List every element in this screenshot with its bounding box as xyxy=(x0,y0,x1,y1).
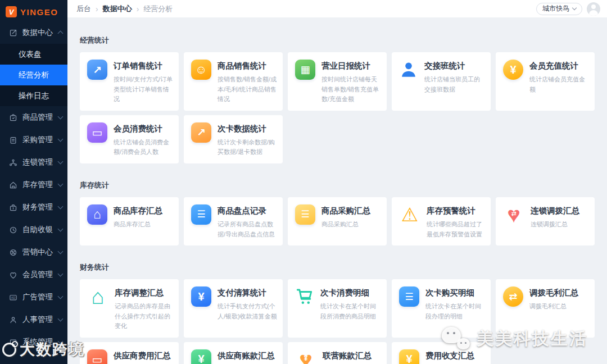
stock-summary-card[interactable]: 商品库存汇总 商品库存汇总 xyxy=(80,197,179,245)
chevron-up-icon xyxy=(58,31,64,37)
system-icon xyxy=(9,338,17,347)
sidebar-item-business-analysis[interactable]: 经营分析 xyxy=(0,65,67,85)
sidebar-item-finance[interactable]: 财务管理 xyxy=(0,196,67,219)
count-card-stats-card[interactable]: 次卡数据统计 统计次卡剩余数据/购买数据/退卡数据 xyxy=(184,115,283,163)
payment-clearing-card[interactable]: 支付清算统计 统计手机支付方式(个人/银歌)收款清算金额 xyxy=(184,279,283,338)
wallet-red-icon xyxy=(87,349,107,364)
purchase-summary-card[interactable]: 商品采购汇总 商品采购汇总 xyxy=(288,197,387,245)
document-chart-icon xyxy=(87,60,107,80)
app-window: V YINGEO 数据中心 仪表盘 经营分析 操作日志 商品管理 xyxy=(0,0,607,364)
card-title: 次卡数据统计 xyxy=(218,124,277,134)
chevron-down-icon xyxy=(58,294,64,299)
card-desc: 记录所有商品盘点数据/导出商品盘点信息 xyxy=(218,220,277,239)
expense-summary-card[interactable]: 费用收支汇总 费用收支汇总 xyxy=(392,342,491,364)
card-title: 次卡购买明细 xyxy=(425,288,485,298)
document-yen-icon xyxy=(191,349,211,364)
marketing-icon xyxy=(9,248,17,257)
sidebar-item-ad[interactable]: AD 广告管理 xyxy=(0,286,67,308)
card-title: 库存调整汇总 xyxy=(115,288,173,298)
card-title: 交接班统计 xyxy=(424,61,485,71)
card-chart-icon xyxy=(191,122,211,143)
card-title: 商品采购汇总 xyxy=(321,206,370,216)
chain-transfer-card[interactable]: 连锁调拨汇总 连锁调拨汇总 xyxy=(496,197,595,245)
sidebar-item-label: 系统管理 xyxy=(22,337,53,347)
card-list-icon xyxy=(399,286,419,307)
card-title: 次卡消费明细 xyxy=(320,288,381,298)
chevron-down-icon xyxy=(58,271,64,277)
member-icon xyxy=(9,271,17,279)
card-title: 供应商账款汇总 xyxy=(218,351,275,361)
stock-adjust-card[interactable]: 库存调整汇总 记录商品的库存是由什么操作方式引起的变化 xyxy=(80,279,179,338)
sidebar-item-dashboard[interactable]: 仪表盘 xyxy=(0,44,67,65)
card-consume-detail-card[interactable]: 次卡消费明细 统计次卡在某个时间段所消费的商品明细 xyxy=(288,279,387,338)
chevron-down-icon xyxy=(58,249,64,254)
sidebar-submenu: 仪表盘 经营分析 操作日志 xyxy=(0,44,67,106)
card-title: 商品销售统计 xyxy=(218,61,277,71)
calendar-chart-icon xyxy=(295,60,315,80)
transfer-profit-card[interactable]: 调拨毛利汇总 调拨毛利汇总 xyxy=(496,279,595,338)
store-selector[interactable]: 城市快鸟 xyxy=(536,3,582,15)
joint-account-card[interactable]: 联营账款汇总 联营账款汇总 xyxy=(288,342,387,364)
sidebar-item-member[interactable]: 会员管理 xyxy=(0,263,67,286)
hr-icon xyxy=(9,316,17,324)
goods-icon xyxy=(9,113,17,122)
breadcrumb-separator-icon xyxy=(137,5,139,13)
supplier-account-card[interactable]: 供应商账款汇总 供应商账款汇总 xyxy=(184,342,283,364)
card-title: 会员充值统计 xyxy=(529,61,589,71)
shift-stats-card[interactable]: 交接班统计 统计店铺当班员工的交接班数据 xyxy=(392,52,491,111)
card-desc: 调拨毛利汇总 xyxy=(529,302,578,312)
sidebar-item-operation-log[interactable]: 操作日志 xyxy=(0,85,67,106)
heart-transfer-icon xyxy=(503,204,524,225)
card-desc: 统计手机支付方式(个人/银歌)收款清算金额 xyxy=(218,302,277,321)
svg-text:AD: AD xyxy=(11,296,16,299)
sidebar-item-purchase[interactable]: 采购管理 xyxy=(0,129,67,151)
sidebar-item-label: 采购管理 xyxy=(22,135,53,145)
sidebar-item-goods[interactable]: 商品管理 xyxy=(0,106,67,129)
card-title: 支付清算统计 xyxy=(218,288,277,298)
stocktake-record-card[interactable]: 商品盘点记录 记录所有商品盘点数据/导出商品盘点信息 xyxy=(184,197,283,245)
sidebar-item-data-center[interactable]: 数据中心 xyxy=(0,21,67,44)
sidebar: V YINGEO 数据中心 仪表盘 经营分析 操作日志 商品管理 xyxy=(0,0,67,364)
topbar-right: 城市快鸟 xyxy=(536,2,600,16)
heart-yen-icon xyxy=(295,349,316,364)
breadcrumb-separator-icon xyxy=(96,5,98,13)
chevron-down-icon xyxy=(58,114,64,120)
member-recharge-card[interactable]: 会员充值统计 统计店铺会员充值金额 xyxy=(496,52,595,111)
sidebar-item-hr[interactable]: 人事管理 xyxy=(0,308,67,331)
card-desc: 统计店铺会员充值金额 xyxy=(529,75,589,94)
sidebar-item-marketing[interactable]: 营销中心 xyxy=(0,241,67,263)
breadcrumb-item-data-center[interactable]: 数据中心 xyxy=(103,4,132,14)
goods-sales-card[interactable]: 商品销售统计 按销售数/销售金额/成本/毛利/统计商品销售情况 xyxy=(184,52,283,111)
supplier-fee-card[interactable]: 供应商费用汇总 供应商费用汇总 xyxy=(80,342,179,364)
money-bag-icon xyxy=(503,60,523,80)
avatar[interactable] xyxy=(587,2,600,16)
card-title: 库存预警统计 xyxy=(427,206,485,216)
store-icon xyxy=(191,204,211,225)
chevron-down-icon xyxy=(58,136,64,142)
card-title: 连锁调拨汇总 xyxy=(531,206,579,216)
sidebar-item-label: 连锁管理 xyxy=(22,157,53,167)
card-title: 会员消费统计 xyxy=(114,124,173,134)
daily-report-card[interactable]: 营业日报统计 按时间统计店铺每天销售单数/销售充值单数/充值金额 xyxy=(288,52,387,111)
stock-warning-card[interactable]: 库存预警统计 统计哪些商品超过了最低库存预警值设置 xyxy=(392,197,491,245)
sidebar-item-chain[interactable]: 连锁管理 xyxy=(0,151,67,174)
sidebar-item-self-checkout[interactable]: 自助收银 xyxy=(0,219,67,241)
cart-icon xyxy=(295,287,314,306)
sidebar-item-label: 会员管理 xyxy=(22,270,53,280)
member-consume-card[interactable]: 会员消费统计 统计店铺会员消费金额/消费会员人数 xyxy=(80,115,179,163)
card-desc: 统计店铺会员消费金额/消费会员人数 xyxy=(114,138,173,157)
clipboard-icon xyxy=(295,204,315,225)
sidebar-item-system[interactable]: 系统管理 xyxy=(0,331,67,353)
card-title: 联营账款汇总 xyxy=(323,351,372,361)
card-desc: 连锁调拨汇总 xyxy=(531,220,579,230)
card-desc: 统计店铺当班员工的交接班数据 xyxy=(424,75,485,94)
order-sales-card[interactable]: 订单销售统计 按时间/支付方式/订单类型统计订单销售情况 xyxy=(80,52,179,111)
section-title: 财务统计 xyxy=(80,262,595,272)
sidebar-item-label: 财务管理 xyxy=(22,202,53,212)
breadcrumb-item-home[interactable]: 后台 xyxy=(76,4,91,14)
chain-icon xyxy=(9,158,17,167)
stock-icon xyxy=(9,181,17,189)
sidebar-item-stock[interactable]: 库存管理 xyxy=(0,174,67,196)
card-purchase-detail-card[interactable]: 次卡购买明细 统计次卡在某个时间段办理的明细 xyxy=(392,279,491,338)
sidebar-item-label: 营销中心 xyxy=(22,247,53,257)
